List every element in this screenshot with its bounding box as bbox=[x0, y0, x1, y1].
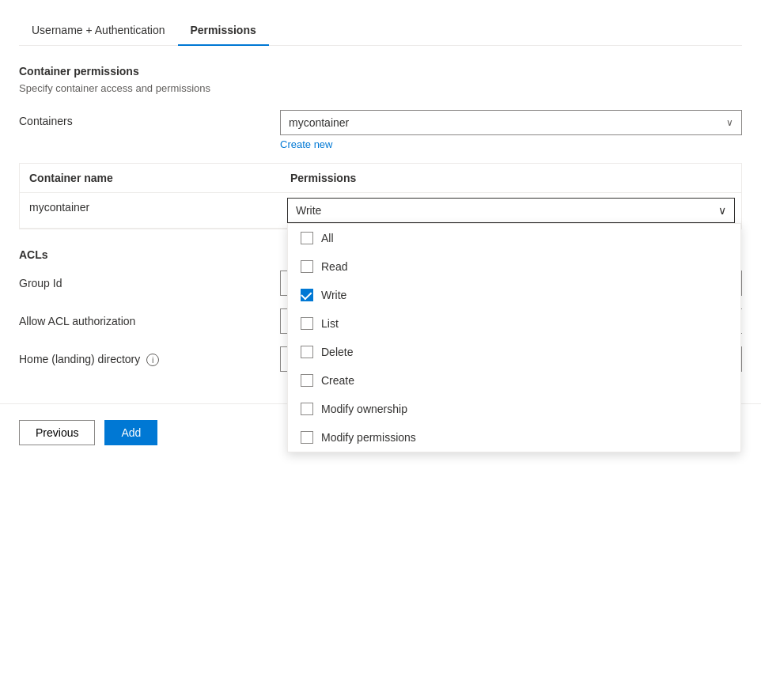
permissions-cell: Write ∨ All Read bbox=[281, 193, 741, 228]
perm-checkbox-delete[interactable] bbox=[301, 346, 313, 358]
perm-checkbox-read[interactable] bbox=[301, 260, 313, 273]
home-dir-info-icon[interactable]: i bbox=[146, 354, 159, 366]
add-button[interactable]: Add bbox=[104, 420, 157, 445]
tab-username-auth[interactable]: Username + Authentication bbox=[19, 16, 178, 46]
permissions-table: Container name Permissions mycontainer W… bbox=[19, 163, 742, 229]
perm-label-modify-permissions: Modify permissions bbox=[321, 431, 416, 444]
perm-checkbox-list[interactable] bbox=[301, 317, 313, 330]
perm-option-all[interactable]: All bbox=[288, 224, 740, 252]
containers-chevron-icon: ∨ bbox=[726, 117, 733, 128]
permissions-dropdown[interactable]: Write ∨ bbox=[287, 198, 735, 223]
perm-label-all: All bbox=[321, 232, 334, 244]
perm-option-list[interactable]: List bbox=[288, 309, 740, 338]
table-row: mycontainer Write ∨ All bbox=[20, 193, 741, 229]
perm-option-create[interactable]: Create bbox=[288, 366, 740, 395]
permissions-table-header: Container name Permissions bbox=[20, 164, 741, 193]
perm-label-read: Read bbox=[321, 260, 347, 273]
col-header-permissions: Permissions bbox=[281, 164, 741, 192]
home-dir-label-text: Home (landing) directory bbox=[19, 353, 140, 365]
tab-permissions[interactable]: Permissions bbox=[178, 16, 269, 46]
create-new-link[interactable]: Create new bbox=[280, 138, 332, 150]
container-name-cell: mycontainer bbox=[20, 193, 281, 221]
home-dir-label: Home (landing) directory i bbox=[19, 353, 280, 366]
perm-option-modify-permissions[interactable]: Modify permissions bbox=[288, 423, 740, 452]
perm-label-create: Create bbox=[321, 374, 354, 387]
perm-checkbox-write[interactable] bbox=[301, 289, 313, 301]
tabs-bar: Username + Authentication Permissions bbox=[19, 16, 742, 46]
perm-checkbox-modify-ownership[interactable] bbox=[301, 403, 313, 415]
containers-selected-value: mycontainer bbox=[289, 116, 349, 129]
perm-option-write[interactable]: Write bbox=[288, 281, 740, 309]
perm-label-write: Write bbox=[321, 289, 346, 301]
section-title: Container permissions bbox=[19, 65, 742, 78]
perm-label-delete: Delete bbox=[321, 346, 353, 358]
perm-checkbox-create[interactable] bbox=[301, 374, 313, 387]
container-permissions-section: Container permissions Specify container … bbox=[19, 65, 742, 229]
group-id-label: Group Id bbox=[19, 277, 280, 289]
perm-option-delete[interactable]: Delete bbox=[288, 338, 740, 366]
allow-acl-label: Allow ACL authorization bbox=[19, 315, 280, 327]
containers-control: mycontainer ∨ Create new bbox=[280, 110, 742, 150]
permissions-chevron-icon: ∨ bbox=[718, 204, 726, 217]
permissions-dropdown-menu: All Read Write List bbox=[287, 223, 741, 452]
perm-option-modify-ownership[interactable]: Modify ownership bbox=[288, 395, 740, 423]
col-header-container-name: Container name bbox=[20, 164, 281, 192]
perm-checkbox-modify-permissions[interactable] bbox=[301, 431, 313, 444]
containers-dropdown[interactable]: mycontainer ∨ bbox=[280, 110, 742, 135]
perm-label-modify-ownership: Modify ownership bbox=[321, 403, 407, 415]
perm-option-read[interactable]: Read bbox=[288, 252, 740, 281]
containers-label: Containers bbox=[19, 110, 280, 127]
section-desc: Specify container access and permissions bbox=[19, 82, 742, 94]
perm-checkbox-all[interactable] bbox=[301, 232, 313, 244]
permissions-selected: Write bbox=[296, 204, 321, 217]
previous-button[interactable]: Previous bbox=[19, 420, 95, 445]
containers-row: Containers mycontainer ∨ Create new bbox=[19, 110, 742, 150]
perm-label-list: List bbox=[321, 317, 339, 330]
